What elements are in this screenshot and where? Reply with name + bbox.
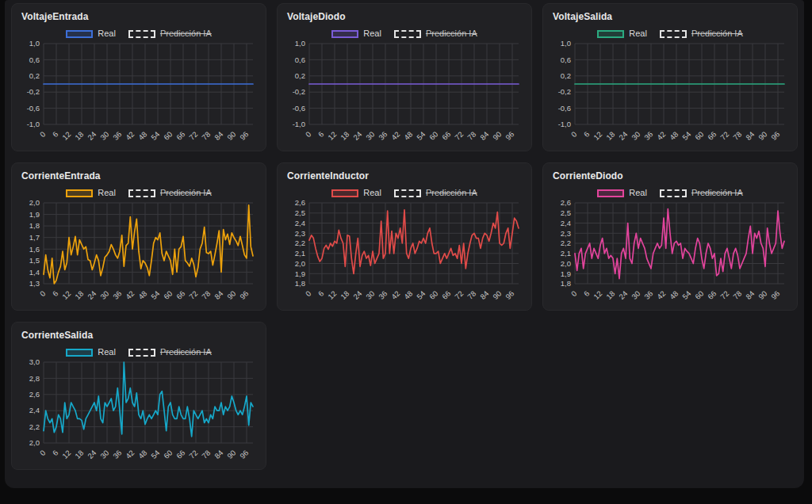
svg-text:36: 36 [642, 289, 654, 301]
svg-text:0: 0 [38, 449, 48, 458]
svg-text:0: 0 [304, 289, 313, 299]
svg-text:18: 18 [339, 289, 350, 301]
chart-legend: Real Predicción IA [20, 347, 258, 357]
svg-text:60: 60 [693, 289, 705, 301]
legend-item-prediccion[interactable]: Predicción IA [128, 348, 212, 357]
chart-voltaje-entrada[interactable]: 1,00,60,2-0,2-0,6-1,00612182430364248546… [20, 40, 258, 146]
legend-item-real[interactable]: Real [66, 29, 116, 38]
legend-item-prediccion[interactable]: Predicción IA [394, 29, 477, 38]
svg-text:30: 30 [364, 289, 376, 301]
chart-legend: Real Predicción IA [551, 188, 789, 198]
chart-corriente-salida[interactable]: 3,02,82,62,42,22,00612182430364248546066… [20, 358, 258, 464]
svg-text:72: 72 [187, 289, 199, 301]
svg-text:30: 30 [98, 449, 110, 460]
svg-text:90: 90 [756, 289, 768, 301]
y-axis-tick-labels: 1,00,60,2-0,2-0,6-1,0 [293, 40, 305, 128]
legend-item-prediccion[interactable]: Predicción IA [394, 189, 477, 197]
svg-text:12: 12 [326, 289, 338, 301]
chart-corriente-entrada[interactable]: 2,01,91,81,71,61,51,41,30612182430364248… [20, 199, 258, 305]
chart-legend: Real Predicción IA [20, 29, 258, 39]
svg-text:48: 48 [402, 289, 414, 301]
legend-item-real[interactable]: Real [66, 189, 116, 197]
chart-voltaje-diodo[interactable]: 1,00,60,2-0,2-0,6-1,00612182430364248546… [285, 40, 523, 146]
svg-text:2,6: 2,6 [295, 199, 305, 207]
panel-title: VoltajeDiodo [285, 11, 523, 22]
legend-item-prediccion[interactable]: Predicción IA [128, 29, 212, 38]
svg-text:2,0: 2,0 [29, 199, 40, 207]
svg-text:78: 78 [465, 289, 477, 301]
legend-label-real: Real [629, 29, 647, 38]
svg-text:1,9: 1,9 [561, 269, 571, 278]
svg-text:2,4: 2,4 [295, 219, 305, 227]
legend-swatch-real [331, 189, 358, 197]
y-axis-tick-labels: 1,00,60,2-0,2-0,6-1,0 [558, 40, 571, 128]
legend-item-real[interactable]: Real [331, 29, 381, 38]
svg-text:18: 18 [73, 289, 85, 301]
svg-text:78: 78 [200, 130, 212, 142]
svg-text:-0,6: -0,6 [27, 104, 40, 113]
legend-label-real: Real [363, 189, 381, 197]
svg-text:42: 42 [389, 289, 401, 301]
svg-text:60: 60 [162, 449, 174, 460]
svg-text:60: 60 [693, 130, 705, 142]
panel-voltaje-diodo: VoltajeDiodo Real Predicción IA 1,00,60,… [277, 3, 532, 151]
svg-text:72: 72 [718, 289, 730, 301]
svg-text:36: 36 [111, 130, 123, 142]
svg-text:1,9: 1,9 [29, 210, 40, 219]
legend-item-real[interactable]: Real [597, 29, 647, 38]
legend-item-prediccion[interactable]: Predicción IA [660, 29, 743, 38]
svg-text:30: 30 [364, 130, 376, 142]
svg-text:-1,0: -1,0 [293, 120, 305, 128]
svg-text:2,1: 2,1 [561, 249, 571, 258]
svg-text:30: 30 [630, 289, 642, 301]
legend-label-real: Real [363, 29, 381, 38]
legend-label-prediccion: Predicción IA [160, 348, 212, 357]
svg-text:48: 48 [668, 130, 680, 142]
svg-text:54: 54 [680, 289, 692, 301]
svg-text:2,1: 2,1 [295, 249, 305, 258]
chart-legend: Real Predicción IA [551, 29, 789, 39]
svg-text:0,6: 0,6 [295, 55, 305, 64]
svg-text:84: 84 [213, 449, 224, 460]
svg-text:1,7: 1,7 [29, 233, 40, 242]
svg-text:-1,0: -1,0 [27, 120, 40, 128]
legend-item-real[interactable]: Real [597, 189, 647, 197]
legend-label-prediccion: Predicción IA [426, 189, 477, 197]
panel-title: CorrienteSalida [20, 330, 258, 341]
svg-text:0,2: 0,2 [29, 71, 40, 80]
svg-text:6: 6 [51, 449, 60, 458]
svg-text:84: 84 [478, 130, 490, 142]
legend-item-prediccion[interactable]: Predicción IA [128, 189, 212, 197]
chart-svg: 2,62,52,42,32,22,12,01,91,80612182430364… [285, 199, 523, 305]
legend-item-real[interactable]: Real [331, 189, 381, 197]
svg-text:2,5: 2,5 [295, 208, 305, 217]
svg-text:-0,6: -0,6 [293, 104, 305, 113]
svg-text:66: 66 [440, 130, 452, 142]
legend-label-prediccion: Predicción IA [426, 29, 477, 38]
svg-text:36: 36 [111, 289, 123, 301]
chart-svg: 1,00,60,2-0,2-0,6-1,00612182430364248546… [285, 40, 523, 146]
legend-label-real: Real [98, 29, 116, 38]
svg-text:90: 90 [225, 289, 237, 301]
chart-voltaje-salida[interactable]: 1,00,60,2-0,2-0,6-1,00612182430364248546… [551, 40, 789, 146]
x-axis-tick-labels: 06121824303642485460667278849096 [38, 289, 251, 301]
svg-text:90: 90 [491, 130, 503, 142]
chart-corriente-diodo[interactable]: 2,62,52,42,32,22,12,01,91,80612182430364… [551, 199, 789, 305]
x-axis-tick-labels: 06121824303642485460667278849096 [38, 449, 251, 460]
svg-text:1,0: 1,0 [29, 40, 40, 48]
chart-legend: Real Predicción IA [20, 188, 258, 198]
legend-item-prediccion[interactable]: Predicción IA [660, 189, 743, 197]
x-axis-tick-labels: 06121824303642485460667278849096 [304, 289, 516, 301]
svg-text:18: 18 [604, 130, 616, 142]
svg-text:18: 18 [604, 289, 616, 301]
svg-text:0: 0 [304, 130, 313, 139]
svg-text:-1,0: -1,0 [558, 120, 571, 128]
legend-swatch-prediccion [394, 30, 421, 38]
svg-text:2,6: 2,6 [29, 390, 40, 399]
svg-text:72: 72 [187, 449, 199, 460]
svg-text:60: 60 [427, 289, 439, 301]
svg-text:84: 84 [478, 289, 490, 301]
legend-item-real[interactable]: Real [66, 348, 116, 357]
chart-corriente-inductor[interactable]: 2,62,52,42,32,22,12,01,91,80612182430364… [285, 199, 523, 305]
x-axis-tick-labels: 06121824303642485460667278849096 [38, 130, 251, 142]
